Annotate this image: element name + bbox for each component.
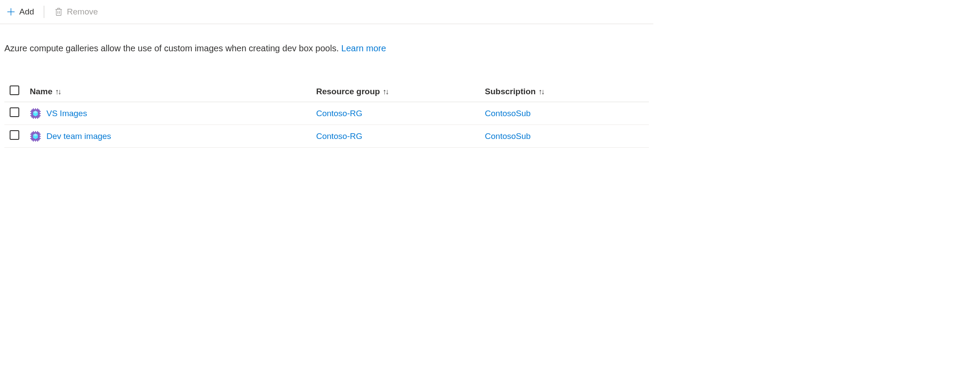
header-rg-label: Resource group <box>316 87 380 96</box>
svg-rect-13 <box>30 111 32 112</box>
plus-icon <box>6 7 16 17</box>
compute-gallery-icon <box>30 108 41 119</box>
svg-rect-28 <box>30 134 32 135</box>
gallery-table: Name↑↓ Resource group↑↓ Subscription↑↓ <box>4 81 649 148</box>
sort-icon: ↑↓ <box>383 87 388 96</box>
svg-rect-20 <box>35 131 36 132</box>
header-sub-label: Subscription <box>485 87 536 96</box>
compute-gallery-icon <box>30 131 41 142</box>
remove-button[interactable]: Remove <box>52 5 100 18</box>
table-header-row: Name↑↓ Resource group↑↓ Subscription↑↓ <box>4 81 649 102</box>
svg-rect-15 <box>30 115 32 116</box>
row-checkbox[interactable] <box>10 107 19 117</box>
toolbar-separator <box>44 6 44 18</box>
svg-rect-7 <box>33 108 34 110</box>
svg-rect-27 <box>39 135 41 136</box>
svg-rect-26 <box>30 135 32 136</box>
remove-button-label: Remove <box>67 7 98 17</box>
svg-rect-31 <box>39 138 41 139</box>
header-name-label: Name <box>30 87 53 96</box>
header-resource-group[interactable]: Resource group↑↓ <box>311 81 479 102</box>
row-name-cell: VS Images <box>25 102 311 125</box>
add-button-label: Add <box>19 7 34 17</box>
row-checkbox[interactable] <box>10 130 19 140</box>
sort-icon: ↑↓ <box>538 87 543 96</box>
trash-icon <box>54 7 63 17</box>
svg-rect-23 <box>33 140 34 141</box>
svg-rect-21 <box>35 140 36 141</box>
header-select-all <box>4 81 25 102</box>
svg-rect-14 <box>39 111 41 112</box>
add-button[interactable]: Add <box>4 5 36 18</box>
svg-rect-9 <box>37 108 38 110</box>
row-sub-link[interactable]: ContosoSub <box>485 109 531 118</box>
row-select-cell <box>4 125 25 148</box>
row-rg-cell: Contoso-RG <box>311 102 479 125</box>
svg-rect-11 <box>30 113 32 114</box>
header-subscription[interactable]: Subscription↑↓ <box>479 81 649 102</box>
svg-rect-8 <box>33 117 34 118</box>
description-text: Azure compute galleries allow the use of… <box>4 43 341 53</box>
row-sub-cell: ContosoSub <box>479 102 649 125</box>
svg-rect-10 <box>37 117 38 118</box>
table-row: Dev team images Contoso-RG ContosoSub <box>4 125 649 148</box>
row-select-cell <box>4 102 25 125</box>
row-rg-link[interactable]: Contoso-RG <box>316 109 363 118</box>
svg-rect-6 <box>35 117 36 118</box>
sort-icon: ↑↓ <box>55 87 60 96</box>
select-all-checkbox[interactable] <box>10 85 19 95</box>
row-sub-link[interactable]: ContosoSub <box>485 132 531 141</box>
svg-rect-22 <box>33 131 34 132</box>
row-name-cell: Dev team images <box>25 125 311 148</box>
row-name-link[interactable]: VS Images <box>46 109 87 118</box>
svg-rect-16 <box>39 115 41 116</box>
svg-rect-25 <box>37 140 38 141</box>
table-row: VS Images Contoso-RG ContosoSub <box>4 102 649 125</box>
svg-rect-12 <box>39 113 41 114</box>
row-name-link[interactable]: Dev team images <box>46 132 111 141</box>
gallery-table-wrap: Name↑↓ Resource group↑↓ Subscription↑↓ <box>0 59 653 148</box>
svg-rect-30 <box>30 138 32 139</box>
svg-rect-5 <box>35 108 36 110</box>
row-sub-cell: ContosoSub <box>479 125 649 148</box>
header-name[interactable]: Name↑↓ <box>25 81 311 102</box>
row-rg-cell: Contoso-RG <box>311 125 479 148</box>
learn-more-link[interactable]: Learn more <box>341 43 386 53</box>
svg-rect-29 <box>39 134 41 135</box>
svg-rect-24 <box>37 131 38 132</box>
row-rg-link[interactable]: Contoso-RG <box>316 132 363 141</box>
description: Azure compute galleries allow the use of… <box>0 24 653 59</box>
toolbar: Add Remove <box>0 0 653 24</box>
